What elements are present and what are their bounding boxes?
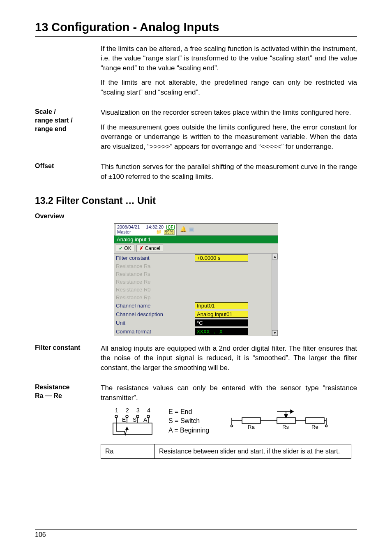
list-item-label: Resistance Re <box>116 279 195 285</box>
pin2: 2 <box>126 407 129 414</box>
pinS: S <box>133 416 136 423</box>
connector-diagram: 1 2 3 4 E S A <box>109 407 156 438</box>
cf-icon: CF <box>166 225 174 230</box>
ra-table: Ra Resistance between slider and start, … <box>101 444 351 459</box>
svg-rect-21 <box>306 418 324 423</box>
list-item: Resistance Re <box>114 278 278 286</box>
shot-tab: 2008/04/21 14:32:20 CF Master 📁 99% <box>115 224 177 236</box>
shot-pct: 99% <box>164 230 175 235</box>
offset-p: This function serves for the parallel sh… <box>101 162 357 181</box>
intro-p2: If the limits are not alterable, the pre… <box>101 78 357 97</box>
scale-p1: Visualization on the recorder screen tak… <box>101 108 357 117</box>
svg-rect-13 <box>242 418 261 423</box>
ra-cell-1: Ra <box>101 444 155 459</box>
scale-label: Scale / range start / range end <box>35 108 101 156</box>
list-item-label: Resistance Rp <box>116 294 195 301</box>
offset-label: Offset <box>35 162 101 186</box>
shot-master: Master <box>117 229 131 234</box>
list-item: Channel descriptionAnalog input01 <box>114 310 278 319</box>
list-item-value[interactable]: °C <box>195 319 270 326</box>
list-item-label: Filter constant <box>116 255 195 261</box>
overview-label: Overview <box>35 212 101 221</box>
list-item-label: Resistance Ra <box>116 263 195 269</box>
bell-icon: 🔔 <box>180 226 187 232</box>
rs-label: Rs <box>282 424 289 430</box>
list-item: Resistance R0 <box>114 286 278 294</box>
shot-time: 14:32:20 <box>146 224 164 229</box>
svg-marker-19 <box>291 410 293 413</box>
ra-label: Ra <box>248 424 255 430</box>
svg-point-25 <box>325 425 327 427</box>
e-line: E = End <box>168 407 209 416</box>
resistor-diagram: Ra Rs Re <box>230 407 328 432</box>
shot-greenbar: Analog input 1 <box>114 236 278 243</box>
resistance-p: The resistance values can only be entere… <box>101 383 357 402</box>
pinE: E <box>122 416 126 423</box>
filter-p: All analog inputs are equipped with a 2n… <box>101 344 357 372</box>
re-label: Re <box>311 424 318 430</box>
list-item: Resistance Rp <box>114 294 278 301</box>
pin3: 3 <box>136 407 140 414</box>
list-item-label: Resistance R0 <box>116 287 195 293</box>
pin4: 4 <box>147 407 150 414</box>
svg-point-24 <box>231 425 233 427</box>
svg-marker-17 <box>284 414 288 418</box>
a-line: A = Beginning <box>168 426 209 435</box>
list-item-label: Channel description <box>116 311 195 317</box>
scale-p2: If the measurement goes outside the limi… <box>101 123 357 151</box>
ra-cell-2: Resistance between slider and start, if … <box>155 444 351 459</box>
shot-header: 2008/04/21 14:32:20 CF Master 📁 99% 🔔 ▣ <box>114 224 278 236</box>
list-item-value[interactable]: +0.0000 s <box>195 254 270 261</box>
intro-p1: If the limits can be altered, a free sca… <box>101 44 357 73</box>
page-number: 106 <box>35 531 46 538</box>
folder-icon: 📁 <box>156 229 162 234</box>
svg-marker-10 <box>126 427 128 430</box>
svg-point-3 <box>136 415 139 418</box>
shot-date: 2008/04/21 <box>117 224 140 229</box>
list-item: Unit°C <box>114 319 278 327</box>
connector-legend: E = End S = Switch A = Beginning <box>168 407 209 435</box>
svg-point-2 <box>126 415 128 418</box>
list-item-value[interactable]: Input01 <box>195 302 270 309</box>
section-title: 13.2 Filter Constant … Unit <box>35 195 357 206</box>
list-item-label: Unit <box>116 320 195 326</box>
cancel-label: Cancel <box>145 245 160 251</box>
svg-point-4 <box>147 415 150 418</box>
list-item: Filter constant+0.0000 s <box>114 254 278 262</box>
list-item-value[interactable]: XXXX . X <box>195 328 270 335</box>
screenshot: 2008/04/21 14:32:20 CF Master 📁 99% 🔔 ▣ … <box>114 223 278 336</box>
list-item: Channel nameInput01 <box>114 301 278 310</box>
list-item-label: Channel name <box>116 303 195 309</box>
list-item: Resistance Rs <box>114 270 278 278</box>
list-item: Comma formatXXXX . X <box>114 327 278 336</box>
list-item: Resistance Ra <box>114 262 278 270</box>
list-item-label: Resistance Rs <box>116 271 195 277</box>
scrollbar[interactable]: ▲ ▼ <box>272 254 278 336</box>
title-rule <box>35 36 357 37</box>
shot-list: ▲ ▼ Filter constant+0.0000 sResistance R… <box>114 254 278 336</box>
pin1: 1 <box>115 407 118 414</box>
list-item-value[interactable]: Analog input01 <box>195 311 270 318</box>
shot-button-row: ✓ OK ✗ Cancel <box>114 243 278 254</box>
scroll-down-icon[interactable]: ▼ <box>272 330 278 336</box>
list-item-label: Comma format <box>116 328 195 335</box>
pinA: A <box>143 416 148 423</box>
chapter-title: 13 Configuration - Analog Inputs <box>35 21 357 34</box>
svg-rect-0 <box>113 423 152 435</box>
scroll-up-icon[interactable]: ▲ <box>272 254 278 259</box>
svg-point-1 <box>115 415 118 418</box>
square-icon: ▣ <box>189 226 194 232</box>
ok-label: OK <box>124 245 131 251</box>
page-footer: 106 <box>35 529 357 539</box>
cancel-button[interactable]: ✗ Cancel <box>136 245 163 252</box>
ok-button[interactable]: ✓ OK <box>116 245 134 252</box>
svg-rect-15 <box>277 418 295 423</box>
s-line: S = Switch <box>168 416 209 426</box>
resistance-label: Resistance Ra — Re <box>35 383 101 459</box>
filter-label: Filter constant <box>35 344 101 377</box>
